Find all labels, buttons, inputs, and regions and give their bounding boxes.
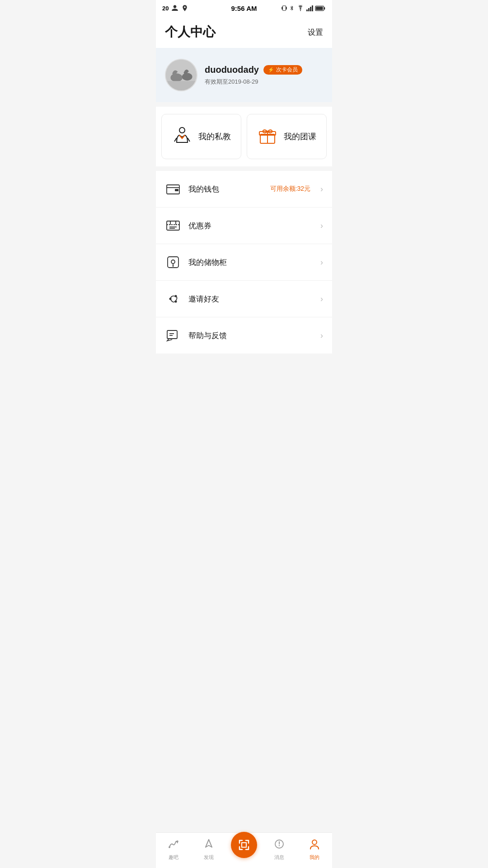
status-bar: 20 9:56 AM: [156, 0, 332, 16]
svg-point-28: [175, 295, 177, 297]
vibrate-icon: [281, 5, 287, 12]
coupon-icon: [165, 217, 181, 234]
wallet-label: 我的钱包: [188, 184, 263, 194]
messages-label: 消息: [274, 854, 284, 861]
trainer-icon: [172, 125, 192, 145]
wallet-icon: [165, 181, 181, 197]
svg-rect-34: [242, 843, 246, 847]
wallet-menu-item[interactable]: 我的钱包 可用余额:32元 ›: [156, 171, 332, 208]
tab-scan[interactable]: [226, 841, 262, 858]
settings-button[interactable]: 设置: [308, 27, 323, 38]
invite-icon: [165, 291, 181, 307]
svg-rect-18: [175, 189, 178, 191]
status-left: 20: [162, 5, 188, 12]
svg-point-11: [179, 127, 185, 133]
tab-trends[interactable]: 趣吧: [156, 836, 191, 863]
tab-discover[interactable]: 发现: [191, 836, 226, 863]
wifi-icon: [296, 5, 305, 11]
status-time: 9:56 AM: [231, 5, 257, 12]
tab-mine[interactable]: 我的: [297, 836, 332, 863]
messages-icon: [273, 838, 285, 853]
svg-point-36: [279, 845, 280, 846]
help-icon: [165, 327, 181, 344]
svg-point-29: [175, 301, 177, 303]
username: duoduodady: [205, 65, 259, 75]
svg-rect-5: [324, 7, 325, 9]
wallet-arrow: ›: [320, 184, 323, 194]
coupon-label: 优惠券: [188, 221, 313, 231]
scan-icon: [238, 839, 250, 851]
invite-arrow: ›: [320, 294, 323, 304]
svg-point-25: [171, 260, 175, 264]
avatar-image: [166, 59, 197, 91]
gift-icon: [258, 125, 277, 145]
svg-rect-10: [166, 81, 197, 90]
locker-label: 我的储物柜: [188, 257, 313, 268]
status-right: [281, 5, 326, 12]
quick-actions: 我的私教 我的团课: [156, 107, 332, 166]
svg-rect-19: [167, 221, 179, 230]
signal-bars: [306, 5, 313, 11]
coupon-menu-item[interactable]: 优惠券 ›: [156, 208, 332, 244]
svg-point-37: [312, 840, 317, 844]
discover-label: 发现: [204, 854, 214, 861]
member-badge: ⚡ 次卡会员: [263, 65, 302, 75]
trends-label: 趣吧: [169, 854, 178, 861]
svg-rect-6: [316, 6, 323, 10]
coupon-arrow: ›: [320, 221, 323, 231]
svg-rect-30: [167, 330, 177, 339]
group-class-label: 我的团课: [284, 131, 316, 142]
help-label: 帮助与反馈: [188, 330, 313, 341]
invite-menu-item[interactable]: 邀请好友 ›: [156, 281, 332, 317]
locker-menu-item[interactable]: 我的储物柜 ›: [156, 244, 332, 281]
person-icon: [171, 5, 178, 12]
expiry-date: 有效期至2019-08-29: [205, 78, 302, 86]
menu-list: 我的钱包 可用余额:32元 › 优惠券 ›: [156, 171, 332, 354]
svg-rect-0: [282, 7, 282, 9]
page-title: 个人中心: [165, 24, 216, 41]
page-header: 个人中心 设置: [156, 16, 332, 48]
tab-bar: 趣吧 发现: [156, 832, 332, 868]
svg-point-33: [169, 846, 170, 848]
trends-icon: [168, 838, 179, 853]
group-class-card[interactable]: 我的团课: [247, 114, 327, 159]
help-arrow: ›: [320, 331, 323, 340]
locker-icon: [165, 254, 181, 270]
profile-name-row: duoduodady ⚡ 次卡会员: [205, 65, 302, 75]
member-badge-label: 次卡会员: [276, 66, 298, 74]
profile-info: duoduodady ⚡ 次卡会员 有效期至2019-08-29: [205, 65, 302, 86]
lightning-icon: ⚡: [268, 67, 274, 73]
private-training-card[interactable]: 我的私教: [161, 114, 241, 159]
location-icon: [181, 5, 188, 12]
profile-section: duoduodady ⚡ 次卡会员 有效期至2019-08-29: [156, 48, 332, 102]
invite-label: 邀请好友: [188, 294, 313, 304]
notification-count: 20: [162, 5, 169, 12]
tab-messages[interactable]: 消息: [262, 836, 297, 863]
private-training-icon: [172, 125, 192, 148]
wallet-meta: 可用余额:32元: [270, 185, 310, 193]
svg-point-27: [169, 298, 172, 300]
battery-icon: [315, 5, 326, 11]
private-training-label: 我的私教: [198, 131, 231, 142]
svg-rect-2: [283, 6, 286, 11]
avatar[interactable]: [165, 59, 197, 91]
scan-button[interactable]: [231, 832, 257, 858]
svg-rect-1: [286, 7, 287, 9]
bluetooth-icon: [289, 5, 295, 12]
svg-point-9: [182, 73, 192, 80]
mine-icon: [309, 838, 320, 853]
help-menu-item[interactable]: 帮助与反馈 ›: [156, 317, 332, 354]
mine-label: 我的: [310, 854, 319, 861]
discover-icon: [203, 838, 215, 853]
locker-arrow: ›: [320, 258, 323, 267]
group-class-icon: [258, 125, 277, 148]
svg-point-26: [173, 265, 174, 267]
svg-point-8: [170, 73, 182, 82]
svg-point-3: [300, 10, 301, 11]
